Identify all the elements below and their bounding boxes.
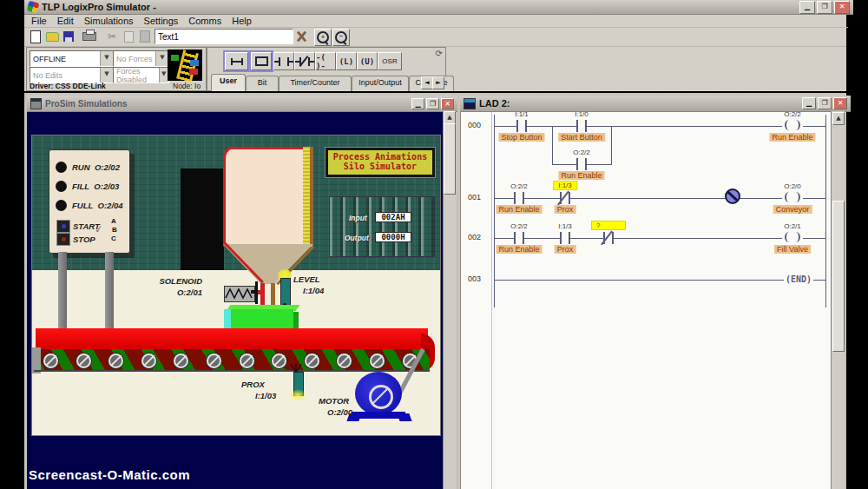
lad-scroll-thumb[interactable]: [832, 201, 845, 352]
conveyor-top: [36, 328, 428, 349]
run-lamp: [56, 162, 67, 173]
menu-edit[interactable]: Edit: [52, 15, 79, 27]
xio-contact-button[interactable]: [294, 52, 315, 70]
tab-scroll-left[interactable]: ◄: [421, 76, 433, 89]
selector-check-icon[interactable]: ✓: [94, 222, 104, 235]
output-coil-button[interactable]: -( )-: [315, 52, 336, 70]
silo-shadow: [181, 169, 224, 270]
save-button[interactable]: [61, 29, 76, 44]
zoom-out-button[interactable]: −: [332, 29, 350, 46]
cut-button[interactable]: ✂: [104, 29, 120, 44]
instruction-address: O:2/2: [784, 111, 801, 118]
ote-coil-conveyor[interactable]: [782, 192, 803, 204]
forces-dropdown[interactable]: No Forces▼: [113, 50, 169, 67]
app-icon: [27, 1, 40, 14]
selector-a-label[interactable]: A: [111, 217, 116, 225]
lad-scroll-up-icon[interactable]: ▲: [832, 112, 845, 125]
selector-c-label[interactable]: C: [111, 235, 116, 242]
refresh-icon[interactable]: ⟳: [436, 49, 443, 58]
branch-icon: [255, 56, 268, 66]
menu-help[interactable]: Help: [227, 15, 257, 27]
instruction-tag: Fill Valve: [774, 245, 811, 254]
xic-contact-stop[interactable]: [516, 120, 527, 132]
instruction-tag: Prox: [555, 245, 576, 254]
instruction-address: O:2/2: [510, 222, 528, 230]
fill-lamp: [56, 181, 67, 192]
motor-foot-right: [397, 413, 411, 421]
restore-button[interactable]: ❐: [817, 1, 832, 14]
new-file-button[interactable]: [28, 29, 43, 44]
prosim-scrollbar[interactable]: ▲: [443, 111, 456, 489]
prosim-scroll-thumb[interactable]: [444, 123, 456, 195]
prosim-close-button[interactable]: ✕: [441, 98, 454, 109]
new-file-icon: [30, 30, 41, 43]
new-rung-button[interactable]: [225, 52, 248, 70]
selector-b-label[interactable]: B: [112, 226, 117, 234]
forces-state-dropdown[interactable]: Forces Disabled▼: [113, 67, 169, 83]
open-folder-icon: [46, 32, 59, 42]
ote-coil-runenable[interactable]: [782, 120, 803, 132]
dropdown-arrow-icon[interactable]: ▼: [100, 68, 113, 83]
xic-contact-runenable[interactable]: [514, 232, 524, 244]
tab-scroll-right[interactable]: ►: [432, 76, 444, 89]
lad-maximize-button[interactable]: ❐: [818, 97, 832, 109]
menu-simulations[interactable]: Simulations: [79, 15, 139, 27]
edit-tools-button[interactable]: [293, 29, 309, 44]
start-button[interactable]: [56, 220, 70, 233]
xio-contact-unassigned[interactable]: [603, 232, 614, 244]
ote-coil-fillvalve[interactable]: [782, 232, 803, 244]
tab-timer-counter[interactable]: Timer/Counter: [279, 76, 352, 91]
tab-input-output[interactable]: Input/Output: [352, 76, 409, 91]
instruction-tag: Run Enable: [496, 245, 542, 254]
no-drop-cursor-icon: [725, 188, 740, 204]
main-window-title: TLP LogixPro Simulator -: [42, 2, 156, 12]
lad-close-button[interactable]: ✕: [833, 97, 847, 109]
prosim-minimize-button[interactable]: ▁: [411, 98, 424, 109]
solenoid-link: [251, 290, 256, 294]
stop-button[interactable]: [56, 233, 70, 246]
minimize-button[interactable]: ▁: [799, 1, 815, 14]
osr-button[interactable]: OSR: [378, 52, 402, 70]
prosim-maximize-button[interactable]: ❐: [426, 98, 439, 109]
xic-contact-start[interactable]: [576, 120, 587, 132]
menu-comms[interactable]: Comms: [183, 15, 227, 27]
xic-contact-button[interactable]: [273, 52, 294, 70]
instruction-tag: Run Enable: [558, 171, 604, 180]
xio-contact-prox[interactable]: [560, 192, 570, 204]
open-file-button[interactable]: [44, 29, 60, 44]
tab-user[interactable]: User: [211, 74, 246, 91]
dropdown-arrow-icon[interactable]: ▼: [155, 51, 168, 66]
main-window-chrome: TLP LogixPro Simulator - ▁ ❐ ✕ File Edit…: [24, 0, 846, 91]
lad-scrollbar[interactable]: ▲: [831, 111, 845, 489]
text-search-input[interactable]: [155, 29, 293, 44]
xic-contact-runenable[interactable]: [514, 192, 524, 204]
ladder-editor[interactable]: 000 I:1/1 Stop Button I:1/0 Start Button…: [460, 111, 832, 489]
mode-dropdown[interactable]: OFFLINE▼: [30, 50, 114, 67]
full-lamp: [56, 200, 67, 211]
copy-button[interactable]: [121, 29, 136, 44]
instruction-tag: Stop Button: [498, 133, 544, 142]
dropdown-arrow-icon[interactable]: ▼: [100, 51, 113, 66]
fill-lamp-label: FILL O:2/03: [72, 182, 119, 191]
prosim-scroll-up-icon[interactable]: ▲: [444, 111, 456, 124]
rung-wire: [494, 238, 825, 239]
unlatch-coil-button[interactable]: (U): [357, 52, 378, 70]
lad-minimize-button[interactable]: ▁: [802, 97, 816, 109]
tab-bit[interactable]: Bit: [246, 76, 279, 91]
xic-contact-prox[interactable]: [560, 232, 570, 244]
latch-coil-button[interactable]: (L): [336, 52, 357, 70]
xic-contact-runenable-branch[interactable]: [576, 158, 587, 170]
conveyor-roller: [76, 354, 91, 368]
plc-output-value: 0000H: [375, 232, 411, 242]
paste-button[interactable]: [137, 29, 153, 44]
close-button[interactable]: ✕: [834, 1, 850, 14]
menu-file[interactable]: File: [26, 15, 52, 27]
solenoid-pipe: [258, 290, 265, 294]
zoom-in-button[interactable]: +: [314, 29, 332, 46]
instruction-address: I:1/0: [575, 111, 589, 118]
branch-button[interactable]: [251, 52, 272, 70]
instruction-address: O:2/2: [573, 149, 590, 156]
forces-value: No Forces: [116, 55, 153, 63]
menu-settings[interactable]: Settings: [139, 15, 184, 27]
print-button[interactable]: [82, 29, 97, 44]
